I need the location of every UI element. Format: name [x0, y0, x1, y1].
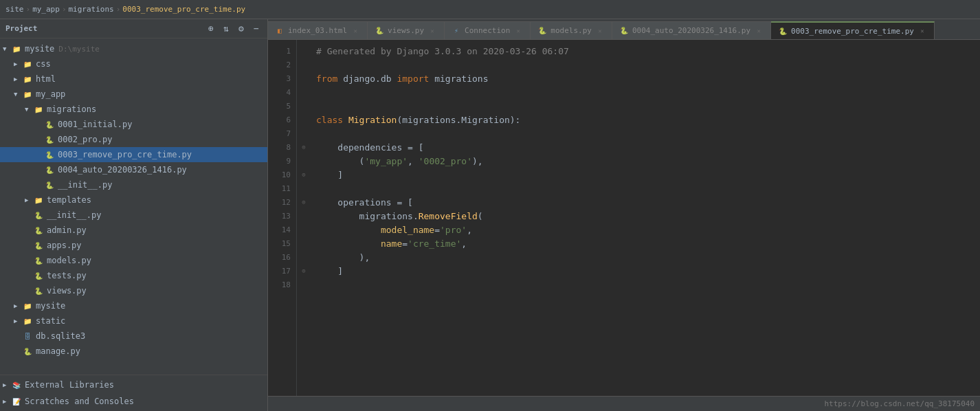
tab-0004-label: 0004_auto_20200326_1416.py [632, 26, 750, 35]
sidebar-item-0003[interactable]: 🐍 0003_remove_pro_cre_time.py [0, 147, 267, 162]
sidebar-item-html[interactable]: ▶ 📁 html [0, 71, 267, 87]
fold-8-icon[interactable]: ⊙ [302, 144, 305, 151]
static-folder-icon: 📁 [22, 316, 33, 326]
code-text-1: # Generated by Django 3.0.3 on 2020-03-2… [316, 46, 569, 56]
models-py-icon: 🐍 [33, 256, 44, 265]
ln-5: 5 [268, 99, 296, 113]
templates-folder-icon: 📁 [33, 195, 44, 205]
manage-py-icon: 🐍 [22, 346, 33, 356]
breadcrumb-file: 0003_remove_pro_cre_time.py [122, 5, 245, 14]
tab-0004-close[interactable]: ✕ [754, 26, 764, 36]
gutter-8[interactable]: ⊙ [297, 140, 311, 154]
gutter-4 [297, 85, 311, 99]
ln-11: 11 [268, 181, 296, 195]
0003-label: 0003_remove_pro_cre_time.py [58, 150, 192, 159]
minimize-icon[interactable]: − [251, 23, 262, 34]
breadcrumb-site: site [5, 5, 24, 14]
sidebar-item-ext-libs[interactable]: ▶ 📚 External Libraries [0, 377, 267, 393]
init-label: __init__.py [58, 180, 112, 190]
scratches-label: Scratches and Consoles [25, 397, 134, 406]
tab-models-close[interactable]: ✕ [595, 26, 605, 36]
tab-0003-close[interactable]: ✕ [917, 26, 927, 36]
sidebar: Project ⊕ ⇅ ⚙ − ▼ 📁 mysite D:\mysite ▶ � [0, 19, 268, 411]
ln-7: 7 [268, 126, 296, 140]
code-line-1: # Generated by Django 3.0.3 on 2020-03-2… [316, 44, 980, 58]
apps-label: apps.py [47, 241, 82, 250]
sidebar-item-0002[interactable]: 🐍 0002_pro.py [0, 132, 267, 147]
tab-views[interactable]: 🐍 views.py ✕ [368, 21, 445, 39]
tab-index-label: index_03.html [288, 26, 347, 35]
sidebar-header: Project ⊕ ⇅ ⚙ − [0, 19, 267, 38]
code-line-17: ] [316, 264, 980, 278]
sidebar-item-0004[interactable]: 🐍 0004_auto_20200326_1416.py [0, 162, 267, 177]
models-label: models.py [47, 256, 91, 265]
sidebar-item-admin[interactable]: 🐍 admin.py [0, 223, 267, 238]
sidebar-item-my_app[interactable]: ▼ 📁 my_app [0, 87, 267, 102]
tab-conn-close[interactable]: ✕ [513, 26, 523, 36]
sidebar-item-manage[interactable]: 🐍 manage.py [0, 344, 267, 359]
code-content[interactable]: # Generated by Django 3.0.3 on 2020-03-2… [311, 40, 980, 396]
fold-17-icon[interactable]: ⊙ [302, 267, 305, 274]
css-arrow: ▶ [14, 60, 22, 67]
migrations-folder-icon: 📁 [33, 104, 44, 114]
gutter: ⊙ ⊙ ⊙ ⊙ [297, 40, 311, 396]
code-from: from [316, 74, 337, 84]
init2-py-icon: 🐍 [33, 210, 44, 220]
gutter-15 [297, 236, 311, 250]
ln-9: 9 [268, 154, 296, 168]
sidebar-item-tests[interactable]: 🐍 tests.py [0, 268, 267, 283]
tab-views-close[interactable]: ✕ [427, 26, 437, 36]
sidebar-item-templates[interactable]: ▶ 📁 templates [0, 192, 267, 208]
sidebar-item-0001[interactable]: 🐍 0001_initial.py [0, 117, 267, 132]
scratches-arrow: ▶ [3, 398, 11, 405]
ln-10: 10 [268, 168, 296, 181]
sidebar-item-scratches[interactable]: ▶ 📝 Scratches and Consoles [0, 393, 267, 410]
my_app-folder-icon: 📁 [22, 89, 33, 99]
html-arrow: ▶ [14, 76, 22, 82]
sidebar-item-init[interactable]: 🐍 __init__.py [0, 177, 267, 192]
fold-12-icon[interactable]: ⊙ [302, 199, 305, 206]
sidebar-item-models[interactable]: 🐍 models.py [0, 253, 267, 268]
tab-connection[interactable]: ⚡ Connection ✕ [445, 21, 531, 39]
add-icon[interactable]: ⊕ [205, 23, 216, 34]
gutter-14 [297, 223, 311, 236]
status-url: https://blog.csdn.net/qq_38175040 [824, 399, 975, 408]
sidebar-bottom: ▶ 📚 External Libraries ▶ 📝 Scratches and… [0, 375, 267, 411]
tree-root[interactable]: ▼ 📁 mysite D:\mysite [0, 41, 267, 56]
fold-10-icon[interactable]: ⊙ [302, 171, 305, 178]
gutter-10[interactable]: ⊙ [297, 168, 311, 181]
tab-index-close[interactable]: ✕ [350, 26, 360, 36]
views-py-icon: 🐍 [33, 286, 44, 296]
mysite-arrow: ▶ [14, 302, 22, 309]
tab-index[interactable]: ◧ index_03.html ✕ [268, 21, 368, 39]
my_app-label: my_app [36, 89, 65, 99]
status-bar: https://blog.csdn.net/qq_38175040 [268, 396, 980, 411]
code-line-14: model_name = 'pro' , [316, 223, 980, 236]
ln-14: 14 [268, 223, 296, 236]
sidebar-item-static[interactable]: ▶ 📁 static [0, 313, 267, 329]
sidebar-item-apps[interactable]: 🐍 apps.py [0, 238, 267, 253]
sidebar-item-init2[interactable]: 🐍 __init__.py [0, 208, 267, 223]
0004-py-icon: 🐍 [44, 165, 55, 175]
templates-label: templates [47, 195, 91, 205]
sync-icon[interactable]: ⇅ [221, 23, 232, 34]
tab-0004[interactable]: 🐍 0004_auto_20200326_1416.py ✕ [612, 21, 771, 39]
ln-13: 13 [268, 209, 296, 223]
sidebar-item-db[interactable]: 🗄 db.sqlite3 [0, 329, 267, 344]
ext-libs-icon: 📚 [11, 380, 22, 390]
gutter-12[interactable]: ⊙ [297, 195, 311, 209]
gutter-1 [297, 44, 311, 58]
sidebar-item-mysite[interactable]: ▶ 📁 mysite [0, 298, 267, 313]
ln-6: 6 [268, 113, 296, 126]
sidebar-item-migrations[interactable]: ▼ 📁 migrations [0, 102, 267, 117]
code-line-8: dependencies = [ [316, 140, 980, 154]
settings-icon[interactable]: ⚙ [236, 23, 247, 34]
tab-models-icon: 🐍 [537, 26, 547, 36]
tab-0003[interactable]: 🐍 0003_remove_pro_cre_time.py ✕ [771, 21, 935, 39]
code-line-6: class Migration (migrations.Migration): [316, 113, 980, 126]
css-folder-icon: 📁 [22, 59, 33, 69]
sidebar-item-css[interactable]: ▶ 📁 css [0, 56, 267, 71]
tab-models[interactable]: 🐍 models.py ✕ [531, 21, 612, 39]
sidebar-item-views[interactable]: 🐍 views.py [0, 283, 267, 298]
gutter-17[interactable]: ⊙ [297, 264, 311, 278]
